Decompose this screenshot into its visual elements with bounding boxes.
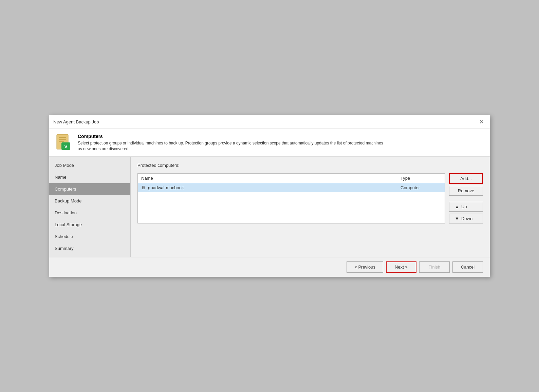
down-arrow-icon: ▼ — [455, 216, 459, 221]
cancel-button[interactable]: Cancel — [452, 261, 483, 273]
remove-button[interactable]: Remove — [449, 186, 483, 196]
side-buttons: Add... Remove ▲ Up ▼ Down — [449, 173, 483, 223]
main-content: Protected computers: Name Type 🖥 gpadwal… — [131, 157, 490, 257]
computer-icon: 🖥 — [141, 185, 146, 190]
computers-table: Name Type 🖥 gpadwal-macbook Computer — [137, 173, 445, 223]
next-button[interactable]: Next > — [386, 261, 416, 273]
sidebar-item-summary[interactable]: Summary — [49, 242, 130, 254]
header-section: V Computers Select protection groups or … — [49, 129, 490, 157]
title-bar: New Agent Backup Job ✕ — [49, 115, 490, 129]
sidebar-item-job-mode[interactable]: Job Mode — [49, 159, 130, 171]
body-section: Job Mode Name Computers Backup Mode Dest… — [49, 157, 490, 257]
table-row[interactable]: 🖥 gpadwal-macbook Computer — [138, 183, 445, 192]
sidebar-item-name[interactable]: Name — [49, 171, 130, 183]
row-name: gpadwal-macbook — [148, 185, 184, 190]
down-button[interactable]: ▼ Down — [449, 214, 483, 223]
footer: < Previous Next > Finish Cancel — [49, 257, 490, 277]
sidebar-item-local-storage[interactable]: Local Storage — [49, 219, 130, 231]
close-button[interactable]: ✕ — [477, 118, 486, 126]
header-icon: V — [55, 134, 72, 151]
header-title: Computers — [78, 134, 383, 139]
col-name: Name — [138, 174, 397, 183]
up-arrow-icon: ▲ — [455, 204, 459, 209]
col-type: Type — [397, 174, 445, 183]
sidebar-item-computers[interactable]: Computers — [49, 183, 130, 195]
svg-text:V: V — [64, 144, 68, 149]
sidebar-item-schedule[interactable]: Schedule — [49, 231, 130, 242]
cell-type: Computer — [397, 183, 445, 192]
cell-name: 🖥 gpadwal-macbook — [138, 183, 397, 192]
sidebar-item-backup-mode[interactable]: Backup Mode — [49, 195, 130, 207]
sidebar: Job Mode Name Computers Backup Mode Dest… — [49, 157, 131, 257]
header-text: Computers Select protection groups or in… — [78, 134, 383, 152]
add-button[interactable]: Add... — [449, 173, 483, 184]
computers-area: Name Type 🖥 gpadwal-macbook Computer — [137, 173, 483, 223]
up-button[interactable]: ▲ Up — [449, 202, 483, 212]
table-body: 🖥 gpadwal-macbook Computer — [138, 183, 445, 192]
table-header: Name Type — [138, 174, 445, 183]
section-label: Protected computers: — [137, 163, 483, 168]
header-description: Select protection groups or individual m… — [78, 140, 383, 152]
dialog-title: New Agent Backup Job — [53, 119, 99, 124]
dialog: New Agent Backup Job ✕ V Computers Selec… — [49, 115, 490, 277]
previous-button[interactable]: < Previous — [347, 261, 383, 273]
sidebar-item-destination[interactable]: Destination — [49, 207, 130, 219]
finish-button[interactable]: Finish — [419, 261, 450, 273]
